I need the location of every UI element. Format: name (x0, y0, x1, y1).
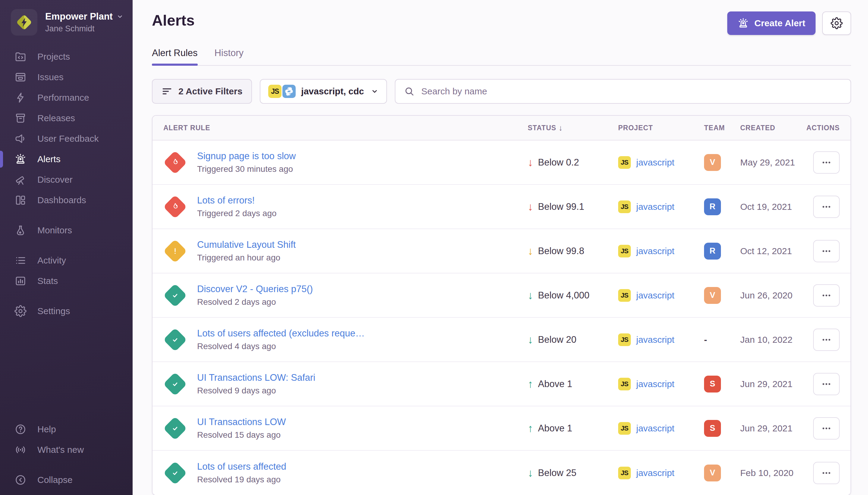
column-header-created: Created (740, 124, 810, 132)
row-actions-button[interactable] (813, 373, 840, 395)
alert-rule-link[interactable]: Lots of errors! (197, 195, 277, 206)
sidebar-item-help[interactable]: Help (0, 419, 133, 440)
team-cell: R (704, 198, 740, 215)
alert-rule-link[interactable]: UI Transactions LOW (197, 416, 286, 427)
column-header-status-label: Status (528, 124, 556, 132)
broadcast-icon (15, 444, 27, 456)
sidebar-item-user-feedback[interactable]: User Feedback (0, 129, 133, 149)
org-name-label: Empower Plant (45, 11, 113, 22)
row-actions-button[interactable] (813, 284, 840, 307)
project-filter-dropdown[interactable]: JS javascript, cdc (260, 79, 387, 104)
javascript-platform-icon: JS (618, 334, 631, 346)
header-actions: Create Alert (727, 12, 851, 35)
ellipsis-icon (821, 379, 832, 389)
sidebar-item-label: Alerts (37, 154, 60, 164)
project-link[interactable]: javascript (636, 290, 675, 301)
status-direction-icon: ↓ (528, 467, 533, 478)
project-cell: JSjavascript (618, 245, 704, 257)
fire-icon (170, 202, 180, 211)
alert-rule-link[interactable]: Lots of users affected (197, 461, 286, 472)
sidebar-item-label: Settings (37, 306, 70, 316)
project-link[interactable]: javascript (636, 423, 675, 433)
row-actions-button[interactable] (813, 240, 840, 262)
settings-gear-icon (15, 305, 27, 317)
search-input[interactable] (421, 86, 842, 97)
sidebar-item-releases[interactable]: Releases (0, 108, 133, 129)
collapse-chevron-icon (15, 474, 27, 486)
alert-rule-cell: Cumulative Layout Shift Triggered an hou… (163, 239, 528, 263)
status-cell: ↑Above 1 (528, 379, 618, 390)
sidebar-item-issues[interactable]: Issues (0, 67, 133, 87)
user-name: Jane Schmidt (45, 24, 124, 33)
alert-settings-button[interactable] (822, 12, 851, 35)
column-header-status[interactable]: Status ↓ (528, 123, 618, 133)
status-cell: ↓Below 0.2 (528, 157, 618, 168)
sidebar-item-settings[interactable]: Settings (0, 301, 133, 321)
issues-icon (15, 71, 27, 83)
stats-icon (15, 275, 27, 287)
sidebar-item-projects[interactable]: Projects (0, 47, 133, 67)
table-row: UI Transactions LOW Resolved 15 days ago… (153, 406, 851, 451)
table-row: Cumulative Layout Shift Triggered an hou… (153, 229, 851, 273)
help-icon (15, 423, 27, 435)
monitors-icon (15, 224, 27, 236)
ellipsis-icon (821, 290, 832, 301)
alert-status-diamond (163, 372, 187, 396)
active-filters-label: 2 Active Filters (178, 86, 242, 97)
sidebar-item-whats-new[interactable]: What's new (0, 440, 133, 460)
created-date: Feb 10, 2020 (740, 468, 810, 478)
project-link[interactable]: javascript (636, 379, 675, 389)
row-actions-button[interactable] (813, 329, 840, 351)
tab-alert-rules[interactable]: Alert Rules (152, 48, 198, 65)
sidebar-item-monitors[interactable]: Monitors (0, 220, 133, 241)
sidebar-nav: Projects Issues Performance Releases Use… (0, 47, 133, 321)
project-link[interactable]: javascript (636, 246, 675, 256)
create-alert-button[interactable]: Create Alert (727, 12, 816, 35)
row-actions-button[interactable] (813, 462, 840, 484)
project-link[interactable]: javascript (636, 468, 675, 478)
status-label: Below 0.2 (538, 157, 579, 168)
sort-descending-icon: ↓ (559, 123, 563, 133)
sidebar-item-performance[interactable]: Performance (0, 87, 133, 108)
python-platform-icon (282, 85, 296, 98)
row-actions-button[interactable] (813, 417, 840, 440)
alert-rule-link[interactable]: Signup page is too slow (197, 151, 296, 161)
alert-rule-link[interactable]: Lots of users affected (excludes reque… (197, 328, 365, 339)
sidebar-item-collapse[interactable]: Collapse (0, 470, 133, 490)
actions-cell (810, 240, 840, 262)
alert-rule-link[interactable]: Cumulative Layout Shift (197, 239, 296, 250)
created-date: Jun 29, 2021 (740, 379, 810, 389)
alert-rule-link[interactable]: Discover V2 - Queries p75() (197, 284, 313, 294)
performance-icon (15, 92, 27, 104)
sidebar-item-alerts[interactable]: Alerts (0, 149, 133, 169)
javascript-platform-icon: JS (618, 378, 631, 390)
alert-rule-note: Resolved 15 days ago (197, 430, 286, 440)
alert-status-diamond (163, 416, 187, 440)
project-link[interactable]: javascript (636, 202, 675, 212)
row-actions-button[interactable] (813, 195, 840, 218)
actions-cell (810, 195, 840, 218)
nav-section-gap (0, 241, 133, 250)
org-switcher[interactable]: Empower Plant Jane Schmidt (0, 0, 133, 36)
activity-icon (15, 254, 27, 267)
sidebar-item-activity[interactable]: Activity (0, 250, 133, 271)
sidebar-item-label: Activity (37, 255, 66, 266)
status-cell: ↓Below 20 (528, 334, 618, 345)
project-link[interactable]: javascript (636, 335, 675, 345)
alert-rule-link[interactable]: UI Transactions LOW: Safari (197, 372, 315, 383)
column-header-team: Team (704, 124, 740, 132)
sidebar-item-discover[interactable]: Discover (0, 169, 133, 190)
project-link[interactable]: javascript (636, 157, 675, 168)
team-avatar: - (704, 331, 740, 348)
filter-icon (161, 86, 172, 97)
sidebar-item-dashboards[interactable]: Dashboards (0, 190, 133, 210)
chevron-down-icon (371, 87, 379, 95)
sidebar-item-stats[interactable]: Stats (0, 271, 133, 291)
main-content: Alerts Create Alert Alert Rules History … (133, 0, 868, 495)
tab-history[interactable]: History (214, 48, 244, 65)
team-cell: - (704, 331, 740, 348)
actions-cell (810, 284, 840, 307)
active-filters-button[interactable]: 2 Active Filters (152, 79, 252, 104)
row-actions-button[interactable] (813, 151, 840, 174)
actions-cell (810, 329, 840, 351)
